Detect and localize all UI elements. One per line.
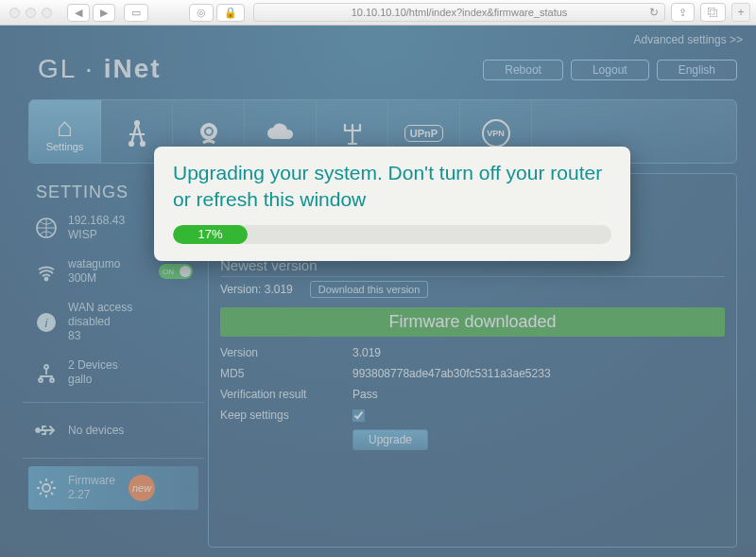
upgrade-modal: Upgrading your system. Don't turn off yo… xyxy=(154,147,630,261)
sidebar-toggle-button[interactable]: ▭ xyxy=(124,4,148,22)
window-traffic-lights xyxy=(0,8,61,18)
progress-fill: 17% xyxy=(173,225,248,244)
share-button[interactable]: ⇪ xyxy=(671,3,695,22)
new-tab-button[interactable]: + xyxy=(731,3,750,22)
reader-button[interactable]: ◎ xyxy=(189,4,214,22)
tabs-button[interactable]: ⿻ xyxy=(700,3,726,22)
modal-message: Upgrading your system. Don't turn off yo… xyxy=(173,160,611,214)
modal-backdrop xyxy=(0,26,756,557)
url-text: 10.10.10.10/html/index?index&firmware_st… xyxy=(352,7,568,18)
progress-bar: 17% xyxy=(173,225,611,244)
address-bar[interactable]: 10.10.10.10/html/index?index&firmware_st… xyxy=(253,3,665,22)
max-dot[interactable] xyxy=(42,8,52,18)
back-button[interactable]: ◀ xyxy=(67,4,90,22)
forward-button[interactable]: ▶ xyxy=(93,4,115,22)
close-dot[interactable] xyxy=(9,8,20,18)
min-dot[interactable] xyxy=(26,8,36,18)
reload-icon[interactable]: ↻ xyxy=(649,6,659,19)
browser-chrome: ◀ ▶ ▭ ◎ 🔒 10.10.10.10/html/index?index&f… xyxy=(0,0,756,26)
lock-icon: 🔒 xyxy=(216,4,245,22)
